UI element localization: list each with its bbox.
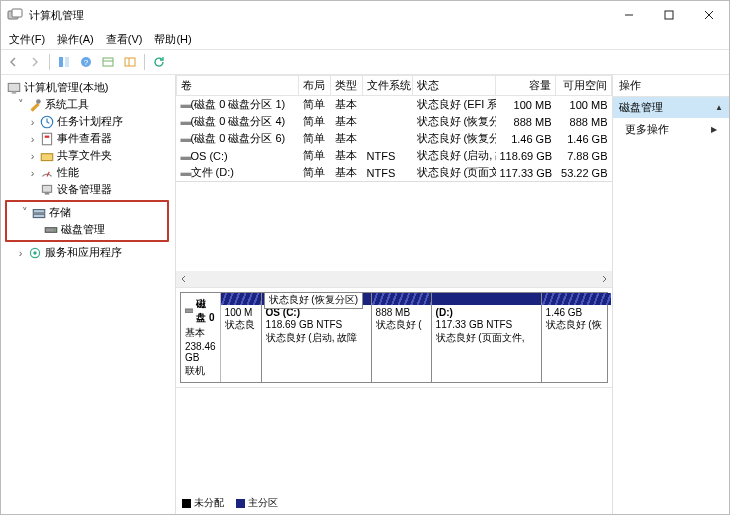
tree-device-manager[interactable]: 设备管理器 [3,181,173,198]
tree-event-viewer[interactable]: ›事件查看器 [3,130,173,147]
actions-more[interactable]: 更多操作▶ [613,118,729,141]
tree-disk-management[interactable]: 磁盘管理 [7,221,167,238]
svg-rect-25 [33,214,44,217]
col-free[interactable]: 可用空间 [556,76,612,96]
actions-selected[interactable]: 磁盘管理▲ [613,97,729,118]
menu-view[interactable]: 查看(V) [100,30,149,49]
disk-partition[interactable]: 状态良好 (恢复分区)OS (C:)118.69 GB NTFS状态良好 (启动… [261,293,371,382]
expand-icon[interactable]: › [15,247,26,259]
tree-performance[interactable]: ›性能 [3,164,173,181]
disk-icon [43,223,59,237]
svg-rect-7 [65,57,69,67]
table-row[interactable]: ▬(磁盘 0 磁盘分区 4)简单基本状态良好 (恢复分区)888 MB888 M… [177,113,612,130]
expand-icon[interactable]: › [27,167,38,179]
svg-rect-20 [41,153,52,160]
disk-icon [185,307,193,315]
svg-rect-14 [8,83,19,91]
tree-task-scheduler[interactable]: ›任务计划程序 [3,113,173,130]
expand-icon[interactable]: › [27,150,38,162]
legend-unalloc-swatch [182,499,191,508]
col-type[interactable]: 类型 [331,76,363,96]
svg-rect-19 [45,135,50,137]
svg-rect-18 [42,133,51,144]
disk-partition[interactable]: 1.46 GB状态良好 (恢 [541,293,611,382]
collapse-icon[interactable]: ▲ [715,103,723,112]
legend: 未分配 主分区 [176,492,612,514]
menu-action[interactable]: 操作(A) [51,30,100,49]
titlebar: 计算机管理 [1,1,729,29]
tree-shared-folders[interactable]: ›共享文件夹 [3,147,173,164]
table-row[interactable]: ▬(磁盘 0 磁盘分区 1)简单基本状态良好 (EFI 系统分区)100 MB1… [177,96,612,114]
svg-rect-23 [45,192,50,194]
table-row[interactable]: ▬文件 (D:)简单基本NTFS状态良好 (页面文件, 主分区)117.33 G… [177,164,612,181]
svg-rect-15 [12,91,17,93]
menu-help[interactable]: 帮助(H) [148,30,197,49]
disk-size: 238.46 GB [185,341,216,363]
toolbar: ? [1,50,729,75]
col-layout[interactable]: 布局 [299,76,331,96]
table-row[interactable]: ▬OS (C:)简单基本NTFS状态良好 (启动, 故障转储, 主分区)118.… [177,147,612,164]
device-icon [39,183,55,197]
collapse-icon[interactable]: ˅ [15,98,26,111]
clock-icon [39,115,55,129]
scroll-right-icon[interactable] [596,271,612,287]
forward-button[interactable] [25,52,45,72]
maximize-button[interactable] [649,1,689,29]
legend-primary-swatch [236,499,245,508]
disk-label: 磁盘 0 [196,297,215,325]
svg-rect-12 [125,58,135,66]
disk-type: 基本 [185,326,216,340]
nav-tree[interactable]: 计算机管理(本地) ˅系统工具 ›任务计划程序 ›事件查看器 ›共享文件夹 ›性… [1,75,176,514]
svg-rect-1 [12,9,22,17]
disk-map[interactable]: 磁盘 0 基本 238.46 GB 联机 100 M状态良状态良好 (恢复分区)… [176,287,612,387]
svg-text:?: ? [84,58,89,67]
minimize-button[interactable] [609,1,649,29]
tree-storage[interactable]: ˅存储 [7,204,167,221]
scroll-left-icon[interactable] [176,271,192,287]
tree-services-apps[interactable]: ›服务和应用程序 [3,244,173,261]
show-hide-tree-button[interactable] [54,52,74,72]
app-icon [7,7,23,23]
svg-rect-3 [665,11,673,19]
event-icon [39,132,55,146]
services-icon [27,246,43,260]
view-list-button[interactable] [98,52,118,72]
disk-partition[interactable]: 888 MB状态良好 ( [371,293,431,382]
expand-icon[interactable]: › [27,133,38,145]
svg-rect-6 [59,57,63,67]
svg-point-29 [33,251,36,254]
tree-root[interactable]: 计算机管理(本地) [3,79,173,96]
disk-partition[interactable]: 100 M状态良 [221,293,261,382]
window-title: 计算机管理 [29,8,609,23]
close-button[interactable] [689,1,729,29]
disk-header[interactable]: 磁盘 0 基本 238.46 GB 联机 [181,293,221,382]
grid-empty-area [176,182,612,287]
tree-system-tools[interactable]: ˅系统工具 [3,96,173,113]
share-icon [39,149,55,163]
col-fs[interactable]: 文件系统 [363,76,413,96]
col-status[interactable]: 状态 [413,76,496,96]
menu-file[interactable]: 文件(F) [3,30,51,49]
chevron-right-icon: ▶ [711,125,717,134]
view-detail-button[interactable] [120,52,140,72]
svg-point-16 [36,99,41,104]
help-button[interactable]: ? [76,52,96,72]
computer-icon [6,81,22,95]
volumes-grid[interactable]: 卷 布局 类型 文件系统 状态 容量 可用空间 ▬(磁盘 0 磁盘分区 1)简单… [176,75,612,182]
svg-point-27 [54,229,56,231]
back-button[interactable] [3,52,23,72]
actions-pane: 操作 磁盘管理▲ 更多操作▶ [612,75,729,514]
storage-icon [31,206,47,220]
svg-rect-10 [103,58,113,66]
actions-header: 操作 [613,75,729,97]
horizontal-scrollbar[interactable] [176,271,612,287]
col-capacity[interactable]: 容量 [496,76,556,96]
collapse-icon[interactable]: ˅ [19,206,30,219]
disk-partition[interactable]: (D:)117.33 GB NTFS状态良好 (页面文件, [431,293,541,382]
refresh-button[interactable] [149,52,169,72]
svg-rect-22 [42,185,51,192]
col-volume[interactable]: 卷 [177,76,299,96]
tooltip: 状态良好 (恢复分区) [264,293,363,309]
table-row[interactable]: ▬(磁盘 0 磁盘分区 6)简单基本状态良好 (恢复分区)1.46 GB1.46… [177,130,612,147]
expand-icon[interactable]: › [27,116,38,128]
